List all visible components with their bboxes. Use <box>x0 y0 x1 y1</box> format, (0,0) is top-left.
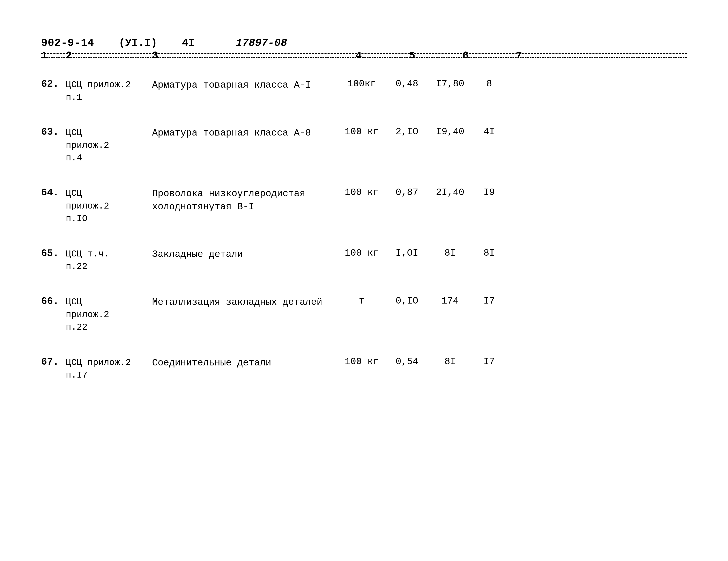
row-source: ЦСЦ прилож.2 п.4 <box>66 126 152 164</box>
table-row: 62. ЦСЦ прилож.2 п.1 Арматура товарная к… <box>41 70 687 112</box>
row-price: 8I <box>428 248 473 258</box>
row-quantity: 0,48 <box>386 79 428 89</box>
row-quantity: I,OI <box>386 248 428 258</box>
col-num-3: 3 <box>152 50 158 61</box>
row-quantity: 2,IO <box>386 126 428 137</box>
row-unit: 100 кг <box>337 126 386 137</box>
row-quantity: 0,54 <box>386 357 428 367</box>
row-description: Проволока низкоуглеродистая холоднотянут… <box>152 187 337 214</box>
doc-number: 902-9-14 <box>41 37 94 49</box>
page: 902-9-14 (УI.I) 4I 17897-08 1 2 3 4 5 6 … <box>0 0 728 561</box>
row-description: Закладные детали <box>152 248 337 261</box>
sheet-number: 4I <box>182 37 195 49</box>
row-number: 62. <box>41 79 66 90</box>
col-num-6: 6 <box>462 50 469 61</box>
row-unit: т <box>337 296 386 307</box>
row-amount: 8 <box>473 79 506 89</box>
row-price: I9,40 <box>428 126 473 137</box>
row-price: 8I <box>428 357 473 367</box>
col-num-1: 1 <box>41 50 47 61</box>
table-section: 62. ЦСЦ прилож.2 п.1 Арматура товарная к… <box>41 70 687 396</box>
row-amount: 8I <box>473 248 506 258</box>
table-row: 63. ЦСЦ прилож.2 п.4 Арматура товарная к… <box>41 118 687 173</box>
col-num-2: 2 <box>66 50 72 61</box>
table-row: 67. ЦСЦ прилож.2 п.I7 Соединительные дет… <box>41 348 687 390</box>
row-description: Арматура товарная класса А-8 <box>152 126 337 140</box>
row-amount: I7 <box>473 357 506 367</box>
row-quantity: 0,IO <box>386 296 428 307</box>
table-row: 64. ЦСЦ прилож.2 п.IO Проволока низкоугл… <box>41 179 687 233</box>
row-source: ЦСЦ прилож.2 п.22 <box>66 296 152 334</box>
row-description: Металлизация закладных деталей <box>152 296 337 309</box>
row-amount: 4I <box>473 126 506 137</box>
row-source: ЦСЦ прилож.2 п.I7 <box>66 357 152 382</box>
row-unit: 100 кг <box>337 357 386 367</box>
table-row: 66. ЦСЦ прилож.2 п.22 Металлизация закла… <box>41 288 687 342</box>
row-amount: I7 <box>473 296 506 307</box>
row-description: Арматура товарная класса А-I <box>152 79 337 92</box>
row-amount: I9 <box>473 187 506 198</box>
header-row: 902-9-14 (УI.I) 4I 17897-08 <box>41 37 687 49</box>
row-unit: 100кг <box>337 79 386 89</box>
col-num-4: 4 <box>356 50 362 61</box>
row-number: 64. <box>41 187 66 198</box>
row-description: Соединительные детали <box>152 357 337 370</box>
row-price: I7,80 <box>428 79 473 89</box>
row-price: 174 <box>428 296 473 307</box>
col-num-5: 5 <box>409 50 415 61</box>
row-number: 66. <box>41 296 66 307</box>
row-source: ЦСЦ прилож.2 п.IO <box>66 187 152 225</box>
row-unit: 100 кг <box>337 248 386 258</box>
header-date: 17897-08 <box>236 37 287 49</box>
row-source: ЦСЦ т.ч. п.22 <box>66 248 152 273</box>
row-unit: 100 кг <box>337 187 386 198</box>
row-source: ЦСЦ прилож.2 п.1 <box>66 79 152 104</box>
row-price: 2I,40 <box>428 187 473 198</box>
row-quantity: 0,87 <box>386 187 428 198</box>
col-num-7: 7 <box>516 50 522 61</box>
header-code: (УI.I) <box>119 37 157 49</box>
row-number: 67. <box>41 357 66 368</box>
table-row: 65. ЦСЦ т.ч. п.22 Закладные детали 100 к… <box>41 239 687 281</box>
column-numbers-row: 1 2 3 4 5 6 7 <box>41 54 687 58</box>
row-number: 63. <box>41 126 66 137</box>
row-number: 65. <box>41 248 66 259</box>
